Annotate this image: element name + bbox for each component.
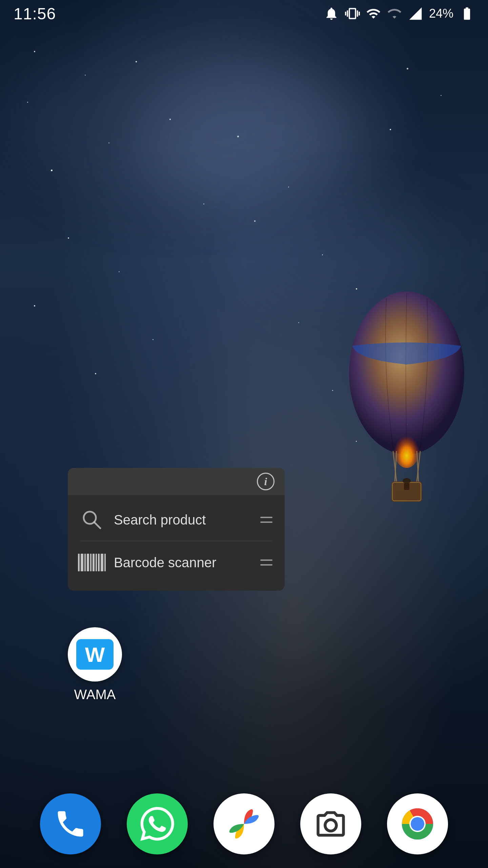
svg-point-15 xyxy=(411,817,424,831)
status-bar: 11:56 24% xyxy=(0,0,488,27)
battery-icon xyxy=(460,6,474,21)
search-product-handle[interactable] xyxy=(260,517,272,523)
barcode-scanner-item[interactable]: Barcode scanner xyxy=(68,541,285,584)
photos-icon xyxy=(227,807,261,841)
search-product-icon xyxy=(80,508,104,532)
chrome-icon xyxy=(401,807,434,841)
signal-icon-1 xyxy=(387,6,402,21)
battery-percentage: 24% xyxy=(429,6,453,21)
dock-whatsapp[interactable] xyxy=(127,793,188,854)
whatsapp-icon xyxy=(140,807,174,841)
svg-point-1 xyxy=(393,427,420,468)
svg-line-11 xyxy=(94,522,100,528)
search-product-item[interactable]: Search product xyxy=(68,498,285,541)
dock xyxy=(0,793,488,854)
dock-phone[interactable] xyxy=(40,793,101,854)
barcode-scanner-icon-container xyxy=(80,551,104,574)
vibrate-icon xyxy=(345,6,360,21)
svg-rect-9 xyxy=(404,483,409,490)
dock-photos[interactable] xyxy=(214,793,274,854)
popup-widget: i Search product xyxy=(68,468,285,591)
info-icon[interactable]: i xyxy=(257,473,274,490)
wama-letter: W xyxy=(85,643,105,667)
popup-items: Search product xyxy=(68,495,285,591)
popup-header: i xyxy=(68,468,285,495)
phone-icon xyxy=(54,807,87,841)
signal-icon-2 xyxy=(408,6,423,21)
status-time: 11:56 xyxy=(14,4,56,23)
wama-icon: W xyxy=(68,627,122,682)
wifi-icon xyxy=(366,6,381,21)
wama-app[interactable]: W WAMA xyxy=(68,627,122,702)
svg-point-8 xyxy=(403,478,411,484)
barcode-scanner-label: Barcode scanner xyxy=(114,555,250,570)
hot-air-balloon xyxy=(342,278,471,515)
dock-chrome[interactable] xyxy=(387,793,448,854)
dock-camera[interactable] xyxy=(300,793,361,854)
wama-icon-inner: W xyxy=(76,639,114,670)
barcode-scanner-handle[interactable] xyxy=(260,559,272,566)
wama-label: WAMA xyxy=(74,687,116,702)
app-icons-area: W WAMA xyxy=(68,627,122,702)
status-icons: 24% xyxy=(324,6,474,21)
alarm-icon xyxy=(324,6,339,21)
barcode-icon xyxy=(78,554,106,571)
camera-icon xyxy=(314,807,348,841)
search-product-label: Search product xyxy=(114,512,250,528)
